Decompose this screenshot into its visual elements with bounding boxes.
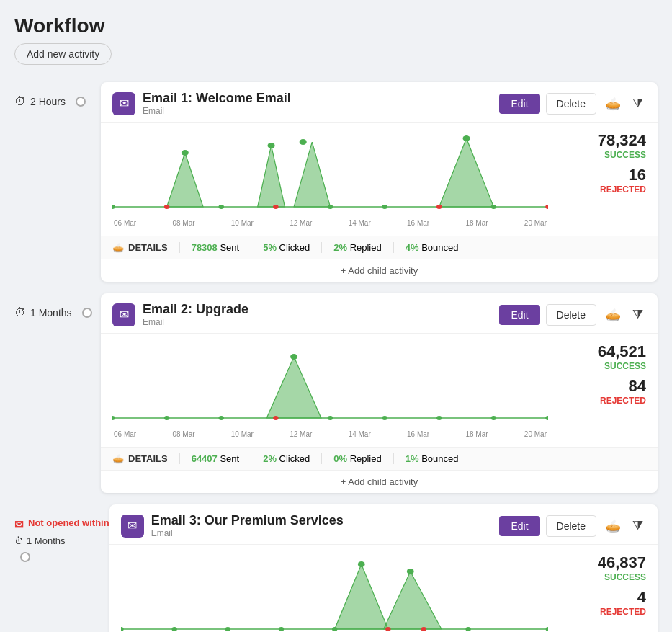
edit-button-2[interactable]: Edit [499,305,539,325]
rejected-num-1: 16 [560,166,646,184]
card-actions-3: Edit Delete 🥧 ⧩ [499,515,646,537]
filter-icon-2[interactable]: ⧩ [630,304,646,325]
title-group-1: Email 1: Welcome Email Email [143,91,492,116]
rejected-label-3: REJECTED [560,607,646,617]
chart-svg-2 [112,342,548,429]
chart-area-2: 06 Mar 08 Mar 10 Mar 12 Mar 14 Mar 16 Ma… [112,342,548,438]
svg-marker-4 [439,138,494,207]
rejected-num-3: 4 [560,588,646,607]
footer-sent-2: 64407 Sent [179,453,251,464]
delete-button-1[interactable]: Delete [546,93,596,115]
footer-bounced-2: 1% Bounced [393,453,470,464]
card-body-3: 06 Mar 08 Mar 10 Mar 12 Mar 14 Mar 16 Ma… [109,545,658,632]
title-group-3: Email 3: Our Premium Services Email [151,513,493,538]
success-num-2: 64,521 [560,342,646,361]
sent-num-1: 78308 [192,242,218,253]
chart-svg-1 [112,131,548,218]
svg-marker-1 [167,153,203,207]
edit-button-3[interactable]: Edit [499,516,539,536]
svg-point-10 [382,205,387,209]
timing-circle-2 [82,308,92,318]
edit-button-1[interactable]: Edit [499,94,539,114]
card-body-2: 06 Mar 08 Mar 10 Mar 12 Mar 14 Mar 16 Ma… [101,334,658,447]
condition-timing-label: 1 Months [27,535,65,546]
clock-icon-1: ⏱ [14,95,26,108]
card-email2: ✉ Email 2: Upgrade Email Edit Delete 🥧 ⧩ [101,293,658,493]
activity-row-email2: ⏱ 1 Months ✉ Email 2: Upgrade Email Edit… [14,293,658,493]
title-group-2: Email 2: Upgrade Email [143,302,492,327]
svg-point-33 [121,627,124,631]
card-header-email1: ✉ Email 1: Welcome Email Email Edit Dele… [101,82,658,123]
card-email3: ✉ Email 3: Our Premium Services Email Ed… [109,504,658,632]
svg-marker-2 [258,146,285,207]
svg-point-39 [421,627,426,631]
svg-point-15 [300,139,307,145]
stats-area-3: 46,837 SUCCESS 4 REJECTED [560,553,646,617]
add-child-button-1[interactable]: + Add child activity [101,259,658,282]
card-email1: ✉ Email 1: Welcome Email Email Edit Dele… [101,82,658,282]
delete-button-2[interactable]: Delete [546,304,596,326]
svg-point-41 [545,627,548,631]
add-child-button-2[interactable]: + Add child activity [101,470,658,493]
svg-marker-32 [383,571,441,629]
bounced-pct-1: 4% [406,242,419,253]
condition-block: ✉ Not opened within ⏱ 1 Months [14,504,109,562]
clock-icon-cond: ⏱ [14,535,24,546]
svg-point-16 [268,143,275,148]
filter-icon-3[interactable]: ⧩ [630,515,646,536]
chart-area-3: 06 Mar 08 Mar 10 Mar 12 Mar 14 Mar 16 Ma… [121,553,548,632]
svg-point-5 [112,205,115,209]
success-num-1: 78,324 [560,131,646,150]
timing-email1: ⏱ 2 Hours [14,82,101,108]
add-activity-button[interactable]: Add new activity [14,43,112,65]
card-subtitle-2: Email [143,317,492,327]
svg-point-17 [463,135,470,141]
svg-marker-31 [334,564,387,629]
footer-sent-1: 78308 Sent [179,242,251,253]
condition-timing: ⏱ 1 Months [14,535,109,546]
svg-point-12 [491,205,497,209]
stats-area-2: 64,521 SUCCESS 84 REJECTED [560,342,646,406]
condition-text: ✉ Not opened within [14,517,109,531]
details-link-2[interactable]: 🥧 DETAILS [112,453,168,464]
rejected-label-2: REJECTED [560,396,646,406]
svg-point-9 [328,205,333,209]
details-label-2: DETAILS [128,453,168,464]
sent-num-2: 64407 [192,453,218,464]
svg-point-22 [218,416,224,420]
svg-point-38 [385,627,390,631]
card-header-email2: ✉ Email 2: Upgrade Email Edit Delete 🥧 ⧩ [101,293,658,334]
svg-point-25 [382,416,387,420]
svg-point-43 [406,569,413,574]
delete-button-3[interactable]: Delete [546,515,596,537]
pie-chart-icon-2[interactable]: 🥧 [602,304,624,326]
clicked-pct-1: 5% [263,242,277,253]
not-opened-label: Not opened within [28,517,109,528]
svg-point-40 [465,627,470,631]
email-icon-3: ✉ [121,515,144,538]
pie-chart-icon-1[interactable]: 🥧 [602,93,624,115]
chart-dates-2: 06 Mar 08 Mar 10 Mar 12 Mar 14 Mar 16 Ma… [112,430,548,438]
svg-point-27 [491,416,497,420]
chart-svg-3 [121,553,548,632]
email-icon-1: ✉ [112,92,135,115]
pie-chart-icon-3[interactable]: 🥧 [602,515,624,537]
svg-marker-3 [294,142,330,207]
card-actions-1: Edit Delete 🥧 ⧩ [499,93,646,115]
rejected-num-2: 84 [560,377,646,396]
svg-point-26 [436,416,442,420]
timing-circle-3 [20,552,30,562]
card-subtitle-1: Email [143,106,492,116]
card-actions-2: Edit Delete 🥧 ⧩ [499,304,646,326]
filter-icon-1[interactable]: ⧩ [630,93,646,114]
svg-point-24 [328,416,333,420]
chart-area-1: 06 Mar 08 Mar 10 Mar 12 Mar 14 Mar 16 Ma… [112,131,548,227]
svg-point-34 [171,627,176,631]
rejected-label-1: REJECTED [560,184,646,195]
timing-email2: ⏱ 1 Months [14,293,101,319]
card-subtitle-3: Email [151,528,493,538]
activity-row-email3: ✉ Not opened within ⏱ 1 Months ✉ Email 3… [14,504,658,632]
details-link-1[interactable]: 🥧 DETAILS [112,242,168,253]
envelope-open-icon: ✉ [14,518,24,531]
svg-point-37 [332,627,337,631]
